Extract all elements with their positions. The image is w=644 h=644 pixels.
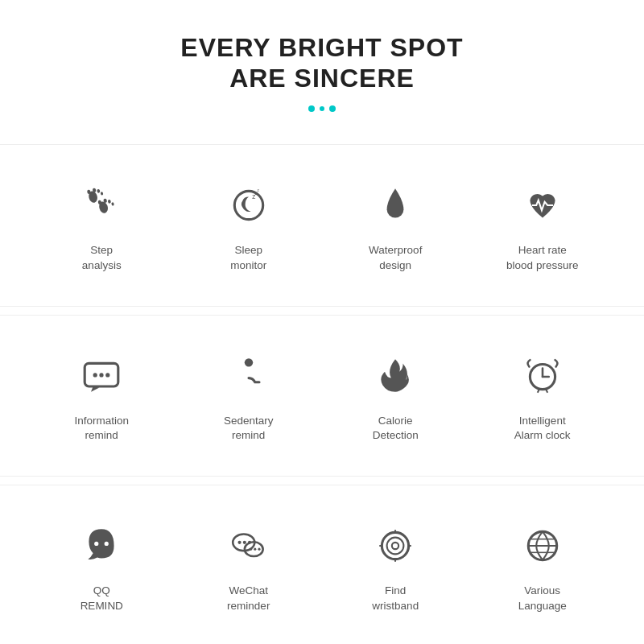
feature-label-2-2: Sedentaryremind (224, 414, 274, 444)
wechat-icon (221, 518, 277, 574)
feature-grid-2: Informationremind Sedentaryremind Calori… (32, 340, 612, 452)
feature-1-4: Heart rateblood pressure (473, 169, 613, 282)
svg-point-17 (105, 373, 109, 377)
svg-point-27 (237, 541, 241, 544)
svg-point-36 (392, 543, 398, 549)
svg-point-28 (242, 541, 246, 544)
heartrate-icon (514, 177, 571, 233)
feature-2-3: CalorieDetection (326, 340, 465, 452)
feature-1-2: z z z Sleepmonitor (180, 169, 319, 282)
svg-point-24 (94, 542, 98, 546)
feature-label-1-2: Sleepmonitor (230, 243, 266, 274)
feature-2-2: Sedentaryremind (180, 340, 319, 452)
svg-point-10 (234, 191, 262, 219)
feature-section-3: QQREMIND WeChatreminder Findwristband Va… (0, 485, 644, 644)
footsteps-icon (73, 177, 130, 233)
svg-point-18 (245, 358, 253, 366)
feature-label-2-1: Informationremind (74, 414, 129, 444)
svg-point-35 (387, 538, 404, 555)
feature-label-1-3: Waterproofdesign (369, 243, 422, 274)
calorie-icon (367, 348, 423, 404)
feature-1-3: Waterproofdesign (326, 169, 465, 282)
feature-label-3-3: Findwristband (372, 584, 419, 614)
dot-2 (320, 106, 324, 111)
qq-icon (73, 518, 130, 574)
svg-point-15 (93, 373, 97, 377)
svg-point-8 (108, 199, 112, 203)
feature-label-1-1: Stepanalysis (82, 243, 122, 274)
chat-icon (73, 348, 130, 404)
feature-label-2-4: IntelligentAlarm clock (514, 414, 571, 444)
svg-point-34 (382, 533, 409, 559)
feature-3-3: Findwristband (326, 510, 465, 622)
decorative-dots (16, 105, 628, 112)
feature-grid-1: Stepanalysis z z z Sleepmonitor Waterpro… (32, 169, 612, 282)
feature-label-3-1: QQREMIND (80, 584, 123, 614)
svg-point-31 (250, 548, 252, 551)
feature-2-4: IntelligentAlarm clock (473, 340, 613, 452)
water-icon (367, 177, 423, 233)
svg-line-22 (538, 389, 539, 392)
svg-point-16 (100, 373, 104, 377)
sedentary-icon (221, 348, 277, 404)
svg-point-4 (97, 188, 101, 192)
feature-2-1: Informationremind (32, 340, 171, 452)
svg-line-23 (546, 389, 547, 392)
feature-3-1: QQREMIND (32, 510, 171, 622)
feature-3-2: WeChatreminder (180, 510, 319, 622)
svg-point-32 (254, 548, 256, 551)
feature-label-2-3: CalorieDetection (373, 414, 419, 444)
dot-3 (329, 105, 336, 112)
feature-1-1: Stepanalysis (32, 169, 171, 282)
feature-section-1: Stepanalysis z z z Sleepmonitor Waterpro… (0, 144, 644, 307)
page-header: EVERY BRIGHT SPOT ARE SINCERE (0, 0, 644, 136)
svg-point-5 (101, 192, 104, 196)
svg-point-25 (105, 542, 109, 546)
alarm-icon (514, 348, 571, 404)
sleep-icon: z z z (221, 177, 277, 233)
feature-section-2: Informationremind Sedentaryremind Calori… (0, 315, 644, 477)
feature-label-1-4: Heart rateblood pressure (506, 243, 578, 274)
dot-1 (308, 105, 315, 112)
svg-text:z: z (257, 188, 259, 192)
feature-grid-3: QQREMIND WeChatreminder Findwristband Va… (32, 510, 612, 622)
svg-point-33 (258, 548, 260, 551)
svg-point-9 (111, 202, 114, 206)
feature-3-4: VariousLanguage (473, 510, 613, 622)
language-icon (514, 518, 571, 574)
main-title: EVERY BRIGHT SPOT ARE SINCERE (16, 32, 628, 94)
find-icon (367, 518, 423, 574)
feature-label-3-2: WeChatreminder (227, 584, 270, 614)
feature-label-3-4: VariousLanguage (518, 584, 567, 614)
